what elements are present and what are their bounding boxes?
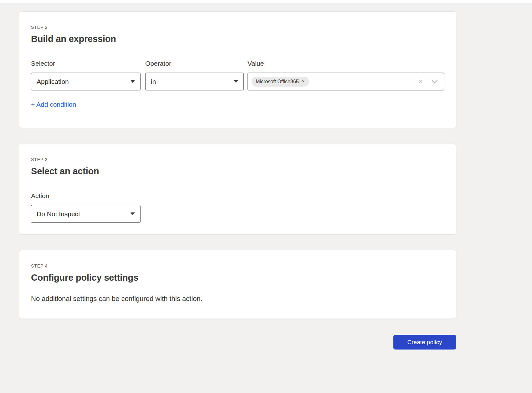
step2-card: STEP 2 Build an expression Selector Appl… [19,11,456,128]
selector-dropdown[interactable]: Application [31,73,141,90]
selector-value: Application [37,78,69,85]
step4-label: STEP 4 [31,263,444,268]
action-value: Do Not Inspect [37,210,80,218]
chevron-down-icon [130,80,135,83]
operator-dropdown[interactable]: in [145,73,244,90]
operator-label: Operator [145,60,244,67]
selector-field: Selector Application [31,60,141,90]
operator-field: Operator in [145,60,244,90]
multiselect-controls: ✕ [418,79,438,84]
policy-settings-note: No additional settings can be configured… [31,295,444,303]
value-tag-label: Microsoft Office365 [256,79,299,84]
action-dropdown[interactable]: Do Not Inspect [31,205,141,223]
step2-label: STEP 2 [31,25,444,30]
chevron-down-icon [130,212,135,215]
action-fields-row: Action Do Not Inspect [31,192,444,223]
step2-title: Build an expression [31,34,444,44]
remove-tag-icon[interactable]: ✕ [302,80,305,83]
value-multiselect[interactable]: Microsoft Office365 ✕ ✕ [248,73,444,90]
top-strip [0,0,532,3]
add-condition-link[interactable]: + Add condition [31,101,76,108]
clear-icon[interactable]: ✕ [418,79,423,84]
value-field: Value Microsoft Office365 ✕ ✕ [248,60,444,90]
create-policy-button[interactable]: Create policy [393,335,456,350]
step4-title: Configure policy settings [31,273,444,283]
chevron-down-icon[interactable] [431,79,438,84]
expression-fields-row: Selector Application Operator in Value M… [31,60,444,90]
chevron-down-icon [234,80,238,83]
step4-card: STEP 4 Configure policy settings No addi… [19,250,456,319]
selector-label: Selector [31,60,141,67]
step3-title: Select an action [31,166,444,176]
step3-card: STEP 3 Select an action Action Do Not In… [19,144,456,235]
step3-label: STEP 3 [31,157,444,162]
operator-value: in [151,78,156,85]
action-field: Action Do Not Inspect [31,192,141,223]
action-label: Action [31,192,141,200]
value-label: Value [248,60,444,67]
value-tag: Microsoft Office365 ✕ [252,77,309,87]
